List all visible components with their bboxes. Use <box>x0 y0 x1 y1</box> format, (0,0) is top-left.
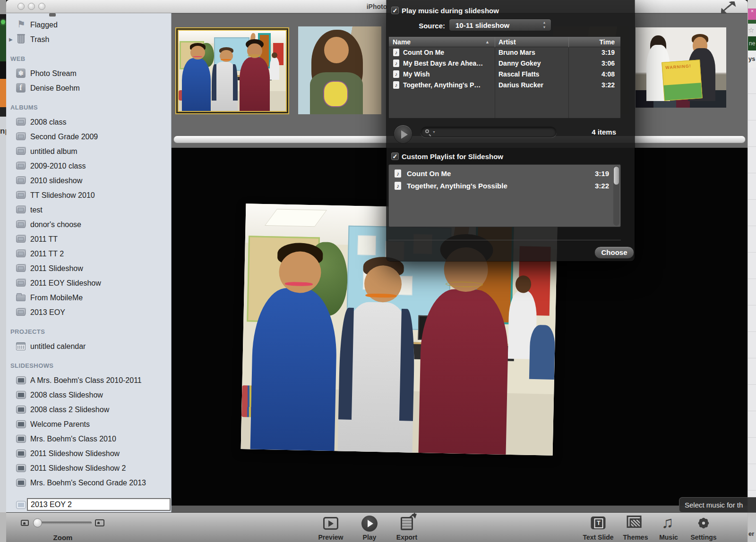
sidebar-item-icon <box>16 235 26 243</box>
toolbar-button-label: Preview <box>311 534 351 541</box>
filmstrip-thumbnail-girl[interactable] <box>298 26 381 114</box>
sidebar-row[interactable]: 2008 class <box>6 115 172 129</box>
left-sliver-dark3 <box>0 107 6 117</box>
toolbar-button[interactable]: Themes <box>620 513 651 542</box>
zoom-slider-thumb[interactable] <box>33 518 42 527</box>
zoom-slider[interactable] <box>34 522 92 524</box>
column-divider <box>495 47 495 118</box>
sidebar-item-label: A Mrs. Boehm's Class 2010-2011 <box>30 373 170 388</box>
song-search-field[interactable]: ▼ <box>421 127 557 137</box>
sidebar-item-label: untitled album <box>30 144 170 159</box>
song-row[interactable]: ♪ My Wish Rascal Flatts 4:08 <box>389 69 620 80</box>
sidebar-row[interactable]: 2010 slideshow <box>6 173 172 188</box>
sidebar-row[interactable]: 2011 EOY Slideshow <box>6 276 172 290</box>
sidebar-item-icon <box>16 177 26 184</box>
preview-song-play-button[interactable] <box>394 125 412 144</box>
sidebar-item-label: 2013 EOY <box>30 305 170 320</box>
song-row[interactable]: ♪ Count On Me Bruno Mars 3:19 <box>389 47 620 58</box>
custom-playlist-box: ♪ Count On Me 3:19 ♪ Together, Anything'… <box>388 164 621 227</box>
photo-part <box>270 57 279 80</box>
sidebar-row[interactable]: PROJECTS <box>6 320 172 339</box>
sidebar-row[interactable]: ▶ Trash <box>6 32 172 47</box>
photo-part <box>418 288 509 456</box>
right-sliver-star-icon: ☆ <box>748 24 756 36</box>
song-row[interactable]: ♪ My Best Days Are Ahea… Danny Gokey 3:0… <box>389 58 620 69</box>
fullscreen-expand-icon[interactable] <box>721 1 736 14</box>
play-music-checkbox[interactable]: ✓ <box>391 7 399 14</box>
sidebar-row[interactable]: 2013 EOY <box>6 305 172 320</box>
search-input[interactable] <box>437 127 550 136</box>
sidebar-row[interactable]: 2011 Slideshow <box>6 261 172 276</box>
song-time: 3:22 <box>601 80 615 91</box>
sidebar-row[interactable]: WEB <box>6 47 172 66</box>
sidebar-row[interactable]: Welcome Parents <box>6 417 172 432</box>
column-divider[interactable] <box>568 37 569 47</box>
column-header-time[interactable]: Time <box>580 37 619 47</box>
sidebar-row[interactable]: Denise Boehm <box>6 81 172 95</box>
sidebar-item-icon <box>16 191 26 199</box>
custom-playlist-checkbox[interactable]: ✓ <box>391 152 399 160</box>
sidebar-row[interactable]: A Mrs. Boehm's Class 2010-2011 <box>6 373 172 388</box>
sidebar-item-label: TT Slideshow 2010 <box>30 188 170 203</box>
sidebar-row[interactable]: TT Slideshow 2010 <box>6 188 172 203</box>
toolbar-button[interactable]: Preview <box>311 513 351 542</box>
sidebar-row[interactable]: From MobileMe <box>6 290 172 305</box>
sidebar-item-label: Mrs. Boehm's Second Grade 2013 <box>30 475 170 490</box>
sidebar-item-icon <box>16 206 26 213</box>
column-header-artist[interactable]: Artist <box>495 37 516 47</box>
sidebar-row[interactable]: 2011 Slideshow Slideshow 2 <box>6 461 172 475</box>
toolbar-button[interactable]: Play <box>355 513 384 542</box>
filmstrip-thumbnail-warning-poster[interactable]: WARNING! <box>636 27 726 108</box>
rename-slideshow-input[interactable] <box>27 498 171 511</box>
song-time: 3:19 <box>601 47 615 58</box>
sidebar-row[interactable]: SLIDESHOWS <box>6 354 172 373</box>
playlist-scrollbar[interactable] <box>613 166 619 226</box>
disclosure-triangle-icon[interactable]: ▶ <box>9 32 16 47</box>
playlist-row[interactable]: ♪ Together, Anything's Possible 3:22 <box>389 180 613 192</box>
right-sliver-pink-block: × <box>748 8 756 20</box>
music-note-icon: ♪ <box>393 59 399 67</box>
playlist-row[interactable]: ♪ Count On Me 3:19 <box>389 168 613 180</box>
toolbar-button[interactable]: Settings <box>686 513 721 542</box>
sidebar-row[interactable]: 2009-2010 class <box>6 159 172 173</box>
toolbar-button[interactable]: Export <box>389 513 424 542</box>
sidebar-item-icon <box>16 264 26 272</box>
toolbar-button[interactable]: Text Slide <box>577 513 619 542</box>
toolbar-button[interactable]: Music <box>655 513 682 542</box>
sidebar-row[interactable]: Mrs. Boehm's Second Grade 2013 <box>6 475 172 490</box>
sidebar-item-2013-eoy-2-editing[interactable] <box>6 498 172 512</box>
sidebar-row[interactable]: donor's choose <box>6 217 172 232</box>
search-options-chevron-icon[interactable]: ▼ <box>432 130 436 134</box>
filmstrip-thumbnail-selected[interactable] <box>175 27 289 114</box>
source-dropdown[interactable]: 10-11 slideshow ▲ ▼ <box>449 19 551 31</box>
photo-part <box>663 83 702 100</box>
toolbar-button-icon <box>361 516 378 532</box>
source-list-sidebar: Flagged ▶ Trash WEB Photo Stream Deni <box>6 13 172 512</box>
background-window-left-sliver: np <box>0 0 6 542</box>
sidebar-row[interactable]: ALBUMS <box>6 95 172 115</box>
sidebar-row[interactable]: 2011 TT <box>6 232 172 246</box>
sidebar-row[interactable]: untitled album <box>6 144 172 159</box>
left-sliver-text-fragment: np <box>0 127 6 138</box>
sidebar-item-icon <box>16 406 26 414</box>
sidebar-row[interactable]: test <box>6 203 172 217</box>
column-divider[interactable] <box>495 37 495 47</box>
sidebar-row[interactable]: untitled calendar <box>6 339 172 354</box>
sidebar-row[interactable]: 2011 TT 2 <box>6 246 172 261</box>
toolbar-button-icon <box>630 518 642 528</box>
sidebar-row[interactable]: 2008 class 2 Slideshow <box>6 402 172 417</box>
column-header-name[interactable]: Name <box>389 37 411 47</box>
sidebar-row[interactable]: Second Grade 2009 <box>6 129 172 144</box>
right-sliver-rows <box>748 68 756 512</box>
sort-ascending-icon: ▲ <box>485 37 490 47</box>
playlist-scrollbar-thumb[interactable] <box>614 167 619 185</box>
sidebar-item-icon <box>16 342 26 350</box>
sidebar-row[interactable]: 2008 class Slideshow <box>6 388 172 402</box>
song-row[interactable]: ♪ Together, Anything's P… Darius Rucker … <box>389 80 620 91</box>
song-name: Count On Me <box>403 47 493 58</box>
sidebar-row[interactable]: Flagged <box>6 17 172 32</box>
sidebar-row[interactable]: Mrs. Boehm's Class 2010 <box>6 432 172 446</box>
sidebar-row[interactable]: 2011 Slideshow Slideshow <box>6 446 172 461</box>
sidebar-row[interactable]: Photo Stream <box>6 66 172 81</box>
choose-button[interactable]: Choose <box>594 246 634 259</box>
